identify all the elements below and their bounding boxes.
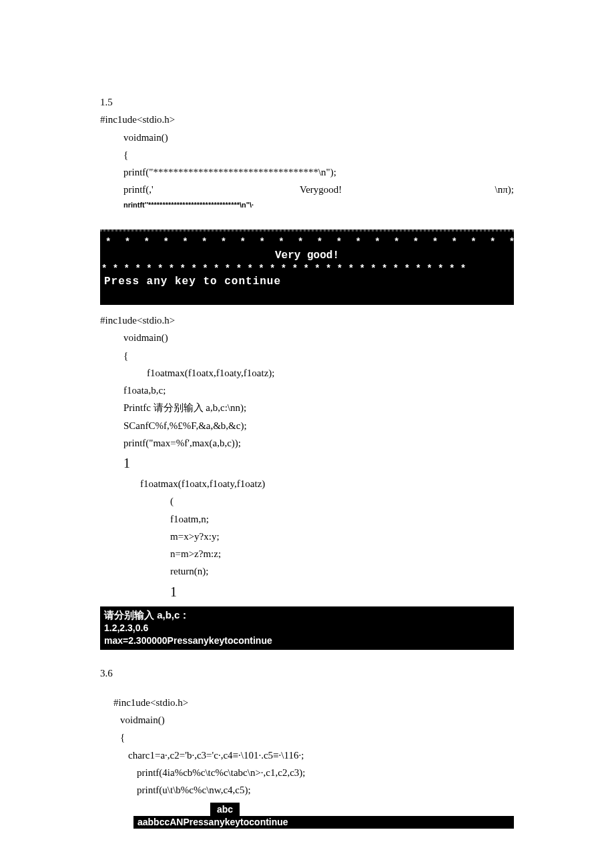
code-fragment: Verygood!: [154, 181, 489, 198]
code-line: voidmain(): [100, 329, 514, 346]
console-output-1: * * * * * * * * * * * * * * * * * * * * …: [100, 230, 514, 305]
code-line: 1: [100, 452, 514, 475]
code-line: m=x>y?x:y;: [100, 528, 514, 545]
code-line: n=m>z?m:z;: [100, 545, 514, 562]
section-heading: 1.5: [100, 93, 514, 111]
code-line: f1oatmax(f1oatx,f1oaty,f1oatz): [100, 475, 514, 492]
code-line: printf("max=%f',max(a,b,c));: [100, 434, 514, 452]
section-heading: 3.6: [100, 665, 514, 682]
code-line: printf("********************************…: [100, 163, 514, 181]
code-line: f1oata,b,c;: [100, 382, 514, 399]
code-line: Printfc 请分别输入 a,b,c:\nn);: [100, 399, 514, 416]
console-line: * * * * * * * * * * * * * * * * * * * * …: [100, 237, 514, 248]
code-line: {: [100, 347, 514, 364]
console-line: * * * * * * * * * * * * * * * * * * * * …: [100, 264, 514, 274]
document-page: 1.5 #inc1ude<stdio.h> voidmain() { print…: [0, 0, 614, 868]
code-line: f1oatm,n;: [100, 510, 514, 528]
code-line: {: [100, 146, 514, 163]
console-output-2: 请分别输入 a,b,c： 1.2,2.3,0.6 max=2.300000Pre…: [100, 606, 514, 650]
code-line: {: [100, 729, 514, 746]
console-line: 1.2,2.3,0.6: [104, 622, 510, 634]
section-3: 3.6 #inc1ude<stdio.h> voidmain() { charc…: [100, 665, 514, 799]
code-line: voidmain(): [100, 129, 514, 146]
console-line: aabbccANPressanykeytocontinue: [133, 816, 514, 829]
code-fragment: \nπ);: [489, 181, 514, 198]
code-line: #inc1ude<stdio.h>: [100, 111, 514, 128]
code-line: #inc1ude<stdio.h>: [100, 312, 514, 329]
code-line: voidmain(): [100, 711, 514, 729]
code-line: (: [100, 492, 514, 510]
code-line: charc1=a·,c2='b·,c3='c·,c4≡·\101·.c5≡·\1…: [100, 747, 514, 764]
console-line: Very good!: [100, 248, 514, 264]
console-line: abc: [210, 803, 240, 816]
code-line: printf(,' Verygood! \nπ);: [100, 181, 514, 198]
code-fragment: printf(,': [123, 181, 154, 198]
code-line: printf(u\t\b%c%c\nw,c4,c5);: [100, 781, 514, 799]
section-2: #inc1ude<stdio.h> voidmain() { f1oatmax(…: [100, 312, 514, 604]
code-line: SCanfC%f,%£%F,&a,&b,&c);: [100, 417, 514, 434]
code-line: #inc1ude<stdio.h>: [100, 694, 514, 711]
code-line: return(n);: [100, 562, 514, 580]
section-1: 1.5 #inc1ude<stdio.h> voidmain() { print…: [100, 93, 514, 211]
code-line: 1: [100, 580, 514, 604]
code-line: f1oatmax(f1oatx,f1oaty,f1oatz);: [100, 364, 514, 382]
code-line: nrintft''*******************************…: [100, 199, 514, 211]
console-output-3: abc aabbccANPressanykeytocontinue: [133, 803, 514, 829]
code-line: printf(4ia%cb%c\tc%c\tabc\n>·,c1,c2,c3);: [100, 764, 514, 781]
console-line: 请分别输入 a,b,c：: [104, 608, 510, 622]
console-line: max=2.300000Pressanykeytocontinue: [104, 634, 510, 647]
console-line: Press any key to continue: [100, 274, 514, 288]
